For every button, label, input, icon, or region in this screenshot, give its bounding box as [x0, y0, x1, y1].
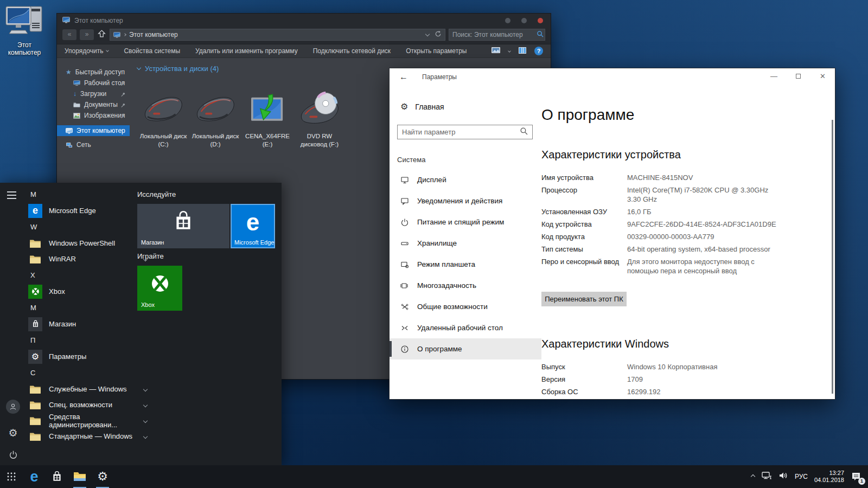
drive-f[interactable]: DVD RWдисковод (F:): [293, 81, 346, 149]
taskbar-explorer-button[interactable]: [68, 465, 91, 488]
app-standard-windows[interactable]: Стандартные — Windows: [26, 428, 137, 444]
network-icon[interactable]: [761, 471, 772, 482]
columns-view-icon[interactable]: [518, 47, 527, 56]
taskbar-settings-button[interactable]: ⚙: [91, 465, 114, 488]
sidebar-item-desktop[interactable]: Рабочий стол: [57, 78, 130, 88]
tile-store[interactable]: Магазин: [137, 204, 229, 248]
system-properties-button[interactable]: Свойства системы: [124, 47, 180, 55]
edge-icon: e: [28, 204, 42, 218]
sidebar-item-quick-access[interactable]: ★ Быстрый доступ: [57, 67, 130, 78]
scrollbar[interactable]: [832, 120, 833, 394]
back-button[interactable]: «: [62, 29, 76, 40]
app-settings[interactable]: ⚙ Параметры: [26, 349, 137, 364]
refresh-icon[interactable]: [435, 30, 442, 39]
nav-home[interactable]: ⚙ Главная: [390, 99, 541, 115]
app-admin-tools[interactable]: Средства администрировани...: [26, 413, 137, 428]
letter-header[interactable]: W: [26, 219, 137, 235]
search-icon[interactable]: [520, 127, 528, 137]
help-button[interactable]: ?: [534, 47, 543, 55]
breadcrumb[interactable]: Этот компьютер: [129, 31, 178, 38]
nav-item-storage[interactable]: Хранилище: [390, 233, 541, 254]
letter-header[interactable]: X: [26, 267, 137, 284]
back-arrow-icon[interactable]: ←: [399, 72, 408, 82]
language-indicator[interactable]: РУС: [795, 473, 808, 480]
drive-c[interactable]: Локальный диск(C:): [137, 81, 189, 149]
taskbar-edge-button[interactable]: e: [23, 465, 46, 488]
settings-button[interactable]: ⚙: [0, 422, 26, 444]
view-dropdown-icon[interactable]: [508, 49, 511, 53]
app-xbox[interactable]: Xbox: [26, 284, 137, 299]
desktop-this-pc-icon[interactable]: Этот компьютер: [2, 4, 47, 56]
expand-chevron-icon[interactable]: [143, 434, 148, 439]
nav-item-tablet-mode[interactable]: Режим планшета: [390, 254, 541, 275]
nav-item-multitasking[interactable]: Многозадачность: [390, 275, 541, 296]
uninstall-program-button[interactable]: Удалить или изменить программу: [195, 47, 298, 55]
sidebar-item-network[interactable]: Сеть: [57, 139, 130, 150]
close-button[interactable]: ✕: [810, 68, 835, 86]
app-accessibility[interactable]: Спец. возможности: [26, 397, 137, 413]
power-button[interactable]: [0, 444, 26, 465]
letter-header[interactable]: П: [26, 332, 137, 349]
app-service-windows[interactable]: Служебные — Windows: [26, 381, 137, 397]
address-bar[interactable]: Этот компьютер: [110, 29, 445, 41]
tile-edge[interactable]: e Microsoft Edge: [231, 204, 275, 248]
nav-item-power[interactable]: Питание и спящий режим: [390, 211, 541, 233]
rename-pc-button[interactable]: Переименовать этот ПК: [541, 292, 627, 306]
address-dropdown-icon[interactable]: [425, 31, 430, 36]
folder-icon: [28, 414, 42, 428]
up-arrow-icon[interactable]: [97, 29, 106, 41]
letter-header[interactable]: M: [26, 186, 137, 203]
app-winrar[interactable]: WinRAR: [26, 251, 137, 267]
store-icon: [28, 317, 42, 331]
nav-item-notifications[interactable]: Уведомления и действия: [390, 190, 541, 211]
explorer-titlebar: Этот компьютер: [57, 14, 551, 28]
minimize-button[interactable]: [505, 18, 510, 23]
maximize-button[interactable]: [786, 68, 810, 86]
drive-e[interactable]: CENA_X64FRE(E:): [241, 81, 293, 149]
expand-chevron-icon[interactable]: [143, 403, 148, 407]
sidebar-item-pictures[interactable]: Изображения: [57, 110, 130, 121]
taskbar-store-button[interactable]: [46, 465, 68, 488]
sidebar-item-this-pc[interactable]: Этот компьютер: [57, 125, 130, 136]
hdd-icon: [189, 81, 241, 131]
spec-row: Код продукта00329-00000-00003-AA779: [541, 232, 835, 241]
tray-expand-icon[interactable]: [751, 474, 755, 479]
search-icon[interactable]: [537, 30, 544, 40]
maximize-button[interactable]: [521, 18, 527, 23]
volume-icon[interactable]: [778, 471, 788, 482]
nav-item-display[interactable]: Дисплей: [390, 169, 541, 190]
action-center-button[interactable]: 1: [851, 471, 863, 483]
letter-header[interactable]: С: [26, 364, 137, 381]
letter-header[interactable]: М: [26, 299, 137, 316]
map-network-drive-button[interactable]: Подключить сетевой диск: [313, 47, 391, 55]
explorer-search-input[interactable]: [452, 31, 537, 38]
expand-chevron-icon[interactable]: [143, 387, 148, 391]
sidebar-item-documents[interactable]: Документы: [57, 99, 130, 110]
settings-search-input[interactable]: [402, 128, 520, 136]
close-button[interactable]: [538, 18, 543, 23]
preview-pane-icon[interactable]: [491, 47, 501, 56]
start-button[interactable]: [0, 465, 23, 488]
settings-content: О программе Характеристики устройства Им…: [541, 86, 835, 399]
user-account-button[interactable]: [0, 396, 26, 418]
settings-search[interactable]: [397, 125, 533, 139]
drive-d[interactable]: Локальный диск(D:): [189, 81, 241, 149]
clock[interactable]: 13:27 04.01.2018: [814, 470, 844, 484]
hamburger-icon[interactable]: [7, 191, 16, 201]
minimize-button[interactable]: —: [762, 68, 786, 86]
forward-button[interactable]: »: [80, 29, 94, 40]
folder-icon: [28, 236, 42, 251]
explorer-search[interactable]: [449, 29, 545, 41]
open-settings-button[interactable]: Открыть параметры: [406, 47, 467, 55]
nav-item-remote-desktop[interactable]: Удаленный рабочий стол: [390, 317, 541, 338]
app-windows-powershell[interactable]: Windows PowerShell: [26, 235, 137, 251]
tile-xbox[interactable]: Xbox: [137, 266, 182, 311]
sidebar-item-downloads[interactable]: ↓ Загрузки: [57, 88, 130, 99]
app-microsoft-edge[interactable]: e Microsoft Edge: [26, 203, 137, 219]
nav-item-about[interactable]: О программе: [390, 338, 541, 359]
nav-item-shared-experiences[interactable]: Общие возможности: [390, 296, 541, 317]
organize-menu[interactable]: Упорядочить: [65, 47, 108, 55]
app-store[interactable]: Магазин: [26, 316, 137, 332]
expand-chevron-icon[interactable]: [143, 419, 148, 423]
star-icon: ★: [66, 68, 72, 76]
